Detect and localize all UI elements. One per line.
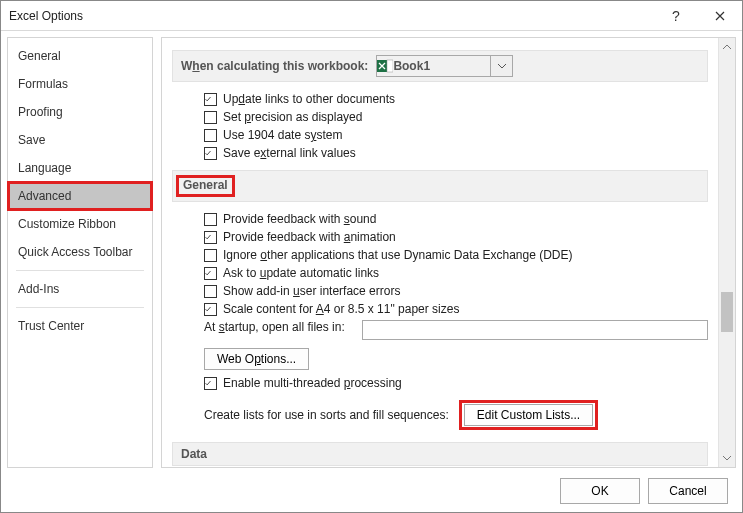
section-header-data: Data [172,442,708,466]
checkbox-label: Ask to update automatic links [223,266,379,280]
checkbox-label: Update links to other documents [223,92,395,106]
vertical-scrollbar[interactable] [718,38,735,467]
scroll-up-arrow-icon[interactable] [719,38,735,55]
excel-workbook-icon [377,58,393,74]
cancel-button[interactable]: Cancel [648,478,728,504]
sidebar-item-general[interactable]: General [8,42,152,70]
sidebar-item-add-ins[interactable]: Add-Ins [8,275,152,303]
create-lists-row: Create lists for use in sorts and fill s… [172,392,708,434]
sidebar-separator [16,270,144,271]
checkbox-row-multithread: Enable multi-threaded processing [172,374,708,392]
checkbox-label: Ignore other applications that use Dynam… [223,248,573,262]
checkbox-set-precision[interactable] [204,111,217,124]
sidebar-item-label: Formulas [18,77,68,91]
checkbox-row-scale-a4: Scale content for A4 or 8.5 x 11" paper … [172,300,708,318]
sidebar-item-proofing[interactable]: Proofing [8,98,152,126]
close-icon [715,11,725,21]
sidebar-item-language[interactable]: Language [8,154,152,182]
checkbox-row-save-external: Save external link values [172,144,708,162]
sidebar-item-advanced[interactable]: Advanced [8,182,152,210]
ok-button[interactable]: OK [560,478,640,504]
web-options-row: Web Options... [172,342,708,374]
sidebar-item-save[interactable]: Save [8,126,152,154]
scroll-down-arrow-icon[interactable] [719,450,735,467]
content-panel: When calculating this workbook: Book1 Up… [161,37,736,468]
checkbox-ignore-dde[interactable] [204,249,217,262]
checkbox-row-update-links: Update links to other documents [172,90,708,108]
checkbox-label: Use 1904 date system [223,128,342,142]
checkbox-row-ask-update: Ask to update automatic links [172,264,708,282]
checkbox-row-ignore-dde: Ignore other applications that use Dynam… [172,246,708,264]
sidebar-item-label: Quick Access Toolbar [18,245,133,259]
startup-files-row: At startup, open all files in: [172,318,708,342]
checkbox-row-feedback-animation: Provide feedback with animation [172,228,708,246]
sidebar-item-quick-access-toolbar[interactable]: Quick Access Toolbar [8,238,152,266]
help-button[interactable]: ? [654,1,698,31]
web-options-button[interactable]: Web Options... [204,348,309,370]
checkbox-use-1904[interactable] [204,129,217,142]
checkbox-label: Scale content for A4 or 8.5 x 11" paper … [223,302,459,316]
sidebar-item-label: Customize Ribbon [18,217,116,231]
checkbox-row-feedback-sound: Provide feedback with sound [172,210,708,228]
startup-files-input[interactable] [362,320,708,340]
chevron-down-icon[interactable] [490,56,512,76]
checkbox-update-links[interactable] [204,93,217,106]
create-lists-label: Create lists for use in sorts and fill s… [204,408,449,422]
edit-custom-lists-highlight: Edit Custom Lists... [459,400,598,430]
checkbox-multithread[interactable] [204,377,217,390]
sidebar-item-customize-ribbon[interactable]: Customize Ribbon [8,210,152,238]
section-header-calculating: When calculating this workbook: Book1 [172,50,708,82]
checkbox-row-set-precision: Set precision as displayed [172,108,708,126]
sidebar-item-label: Trust Center [18,319,84,333]
section-label: Data [181,447,207,461]
sidebar: General Formulas Proofing Save Language … [7,37,153,468]
checkbox-label: Save external link values [223,146,356,160]
titlebar: Excel Options ? [1,1,742,31]
checkbox-label: Enable multi-threaded processing [223,376,402,390]
checkbox-label: Provide feedback with animation [223,230,396,244]
checkbox-feedback-animation[interactable] [204,231,217,244]
checkbox-row-use-1904: Use 1904 date system [172,126,708,144]
checkbox-row-show-addin-errors: Show add-in user interface errors [172,282,708,300]
window-title: Excel Options [9,9,654,23]
workbook-name: Book1 [393,59,490,73]
edit-custom-lists-button[interactable]: Edit Custom Lists... [464,404,593,426]
sidebar-item-trust-center[interactable]: Trust Center [8,312,152,340]
scroll-track[interactable] [719,55,735,450]
section-header-general: General [172,170,708,202]
section-label: When calculating this workbook: [181,59,368,73]
checkbox-label: Provide feedback with sound [223,212,376,226]
content-scroll-area: When calculating this workbook: Book1 Up… [162,38,718,467]
scroll-thumb[interactable] [721,292,733,332]
sidebar-item-label: Advanced [18,189,71,203]
checkbox-scale-a4[interactable] [204,303,217,316]
sidebar-item-formulas[interactable]: Formulas [8,70,152,98]
sidebar-item-label: Language [18,161,71,175]
checkbox-ask-update[interactable] [204,267,217,280]
workbook-combo[interactable]: Book1 [376,55,513,77]
sidebar-item-label: Proofing [18,105,63,119]
section-label: General [176,175,235,197]
sidebar-item-label: General [18,49,61,63]
sidebar-separator [16,307,144,308]
checkbox-show-addin-errors[interactable] [204,285,217,298]
checkbox-label: Show add-in user interface errors [223,284,400,298]
close-button[interactable] [698,1,742,31]
sidebar-item-label: Add-Ins [18,282,59,296]
checkbox-feedback-sound[interactable] [204,213,217,226]
startup-files-label: At startup, open all files in: [204,320,354,334]
dialog-footer: OK Cancel [1,468,742,512]
checkbox-label: Set precision as displayed [223,110,362,124]
sidebar-item-label: Save [18,133,45,147]
checkbox-save-external[interactable] [204,147,217,160]
